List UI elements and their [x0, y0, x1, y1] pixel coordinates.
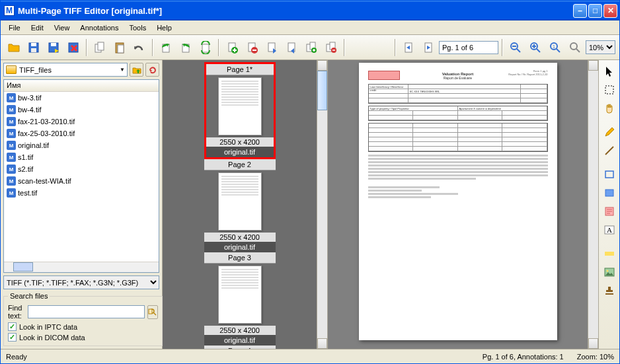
preview-vscroll[interactable]	[588, 60, 598, 349]
zoom-fit-button[interactable]	[566, 38, 584, 57]
file-item[interactable]: Mbw-4.tif	[4, 104, 159, 116]
svg-rect-40	[605, 252, 614, 256]
thumbnail-page-2[interactable]: Page 2 2550 x 4200 original.tif	[204, 159, 276, 252]
svg-point-42	[606, 270, 608, 272]
find-text-input[interactable]	[28, 305, 145, 318]
file-item[interactable]: Mscan-test-WIA.tif	[4, 175, 159, 187]
rotate-right-button[interactable]	[176, 38, 195, 57]
folder-select[interactable]: TIFF_files ▼	[3, 63, 128, 77]
zoom-100-button[interactable]: 1	[546, 38, 564, 57]
file-item[interactable]: Mtest.tif	[4, 187, 159, 199]
thumb-vscroll[interactable]	[317, 60, 327, 349]
tiff-file-icon: M	[7, 188, 16, 198]
page-preview[interactable]: Form 1 pg 1Report No / Nr. Raport 2011-2…	[328, 60, 598, 349]
file-list-hscroll[interactable]	[4, 262, 159, 272]
file-item[interactable]: Mfax-21-03-2010.tif	[4, 116, 159, 127]
search-legend: Search files	[8, 292, 50, 300]
tiff-file-icon: M	[7, 153, 16, 162]
page-delete-button[interactable]	[243, 38, 261, 57]
copy-button[interactable]	[91, 38, 109, 57]
file-list: Имя Mbw-3.tif Mbw-4.tif Mfax-21-03-2010.…	[3, 79, 159, 273]
page-remove-button[interactable]	[322, 38, 340, 57]
svg-rect-9	[118, 45, 124, 53]
tiff-file-icon: M	[7, 176, 16, 186]
thumb-filename: original.tif	[204, 242, 276, 252]
line-tool[interactable]	[601, 142, 618, 159]
text-tool[interactable]: A	[601, 221, 618, 238]
menu-annotations[interactable]: Annotations	[75, 22, 124, 34]
page-duplicate-button[interactable]	[302, 38, 321, 57]
page-import-button[interactable]	[262, 38, 281, 57]
annotation-toolbar: A	[598, 60, 619, 349]
dicom-checkbox-row[interactable]: ✓Look in DICOM data	[8, 333, 158, 342]
tiff-file-icon: M	[7, 129, 16, 138]
menu-view[interactable]: View	[49, 22, 75, 34]
page-number-input[interactable]	[439, 41, 498, 54]
menu-help[interactable]: Help	[151, 22, 177, 34]
close-file-button[interactable]	[64, 38, 83, 57]
save-as-button[interactable]	[44, 38, 63, 57]
paste-button[interactable]	[110, 38, 129, 57]
open-button[interactable]	[5, 38, 23, 57]
stamp-tool[interactable]	[601, 282, 618, 299]
folder-up-button[interactable]	[130, 63, 143, 77]
zoom-out-button[interactable]	[506, 38, 525, 57]
file-item[interactable]: Moriginal.tif	[4, 139, 159, 151]
maximize-button[interactable]: □	[588, 4, 602, 18]
page-add-button[interactable]	[223, 38, 241, 57]
save-button[interactable]	[24, 38, 43, 57]
thumb-filename: original.tif	[206, 147, 274, 157]
svg-rect-36	[605, 190, 613, 196]
menu-tools[interactable]: Tools	[124, 22, 151, 34]
hand-tool[interactable]	[601, 100, 618, 117]
zoom-select[interactable]: 10%	[586, 40, 615, 54]
tiff-file-icon: M	[7, 164, 16, 174]
page-prev-button[interactable]	[399, 38, 418, 57]
thumbnail-page-3[interactable]: Page 3 2550 x 4200 original.tif	[204, 252, 276, 346]
undo-button[interactable]	[130, 38, 149, 57]
find-button[interactable]	[147, 305, 158, 319]
note-tool[interactable]	[601, 203, 618, 220]
rotate-180-button[interactable]	[196, 38, 215, 57]
page-export-button[interactable]	[282, 38, 301, 57]
thumb-header: Page 3	[204, 252, 276, 264]
tiff-file-icon: M	[7, 117, 16, 126]
pointer-tool[interactable]	[601, 63, 618, 80]
file-browser-panel: TIFF_files ▼ Имя Mbw-3.tif Mbw-4.tif Mfa…	[1, 60, 163, 349]
status-ready: Ready	[6, 353, 27, 361]
checkbox-checked-icon: ✓	[8, 322, 17, 331]
status-zoom: Zoom: 10%	[577, 353, 614, 361]
zoom-in-button[interactable]	[526, 38, 545, 57]
svg-rect-33	[149, 309, 152, 314]
statusbar: Ready Pg. 1 of 6, Annotations: 1 Zoom: 1…	[1, 349, 619, 363]
find-label: Find text:	[8, 304, 25, 320]
thumbnail-page-1[interactable]: Page 1* 2550 x 4200 original.tif	[204, 62, 276, 159]
file-item[interactable]: Mfax-25-03-2010.tif	[4, 127, 159, 139]
menu-file[interactable]: File	[3, 22, 26, 34]
file-item[interactable]: Ms1.tif	[4, 151, 159, 163]
menu-edit[interactable]: Edit	[26, 22, 49, 34]
select-tool[interactable]	[601, 81, 618, 98]
file-list-header[interactable]: Имя	[4, 80, 159, 92]
pencil-tool[interactable]	[601, 124, 618, 141]
window-title: Multi-Page TIFF Editor [original.tif*]	[18, 6, 573, 16]
svg-rect-43	[605, 293, 613, 295]
svg-point-31	[570, 43, 577, 50]
highlight-tool[interactable]	[601, 245, 618, 262]
rect-outline-tool[interactable]	[601, 166, 618, 183]
refresh-button[interactable]	[145, 63, 159, 77]
page-next-button[interactable]	[419, 38, 438, 57]
svg-rect-7	[98, 42, 104, 50]
file-item[interactable]: Ms2.tif	[4, 163, 159, 175]
main-window: M Multi-Page TIFF Editor [original.tif*]…	[0, 0, 620, 364]
tiff-file-icon: M	[7, 141, 16, 150]
thumb-filename: original.tif	[204, 335, 276, 346]
close-button[interactable]: ✕	[603, 4, 617, 18]
file-item[interactable]: Mbw-3.tif	[4, 92, 159, 104]
minimize-button[interactable]: –	[573, 4, 587, 18]
iptc-checkbox-row[interactable]: ✓Look in IPTC data	[8, 322, 158, 331]
rect-fill-tool[interactable]	[601, 184, 618, 201]
rotate-left-button[interactable]	[157, 38, 175, 57]
file-filter-select[interactable]: TIFF (*.TIF; *.TIFF; *.FAX; *.G3N; *.G3F…	[3, 275, 159, 289]
image-tool[interactable]	[601, 264, 618, 281]
